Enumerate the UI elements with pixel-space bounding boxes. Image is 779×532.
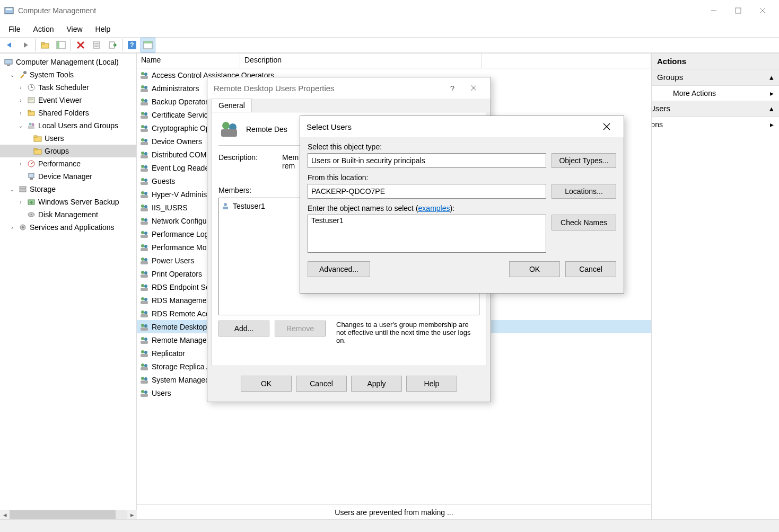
object-type-field[interactable] [308, 153, 546, 168]
group-icon [139, 269, 150, 279]
expand-icon[interactable]: › [8, 225, 16, 230]
apply-button[interactable]: Apply [351, 376, 402, 392]
svg-point-110 [144, 338, 147, 341]
svg-rect-63 [141, 129, 148, 132]
svg-point-116 [144, 364, 147, 367]
tree-root[interactable]: Computer Management (Local) [0, 56, 136, 68]
svg-point-113 [144, 351, 147, 354]
svg-point-118 [141, 377, 144, 380]
refresh-button[interactable] [141, 38, 155, 52]
svg-text:?: ? [130, 41, 134, 49]
svg-point-121 [141, 390, 144, 393]
menu-action[interactable]: Action [28, 23, 59, 36]
expand-icon[interactable]: › [17, 199, 24, 205]
group-icon [139, 190, 150, 199]
tree-task-scheduler[interactable]: › Task Scheduler [0, 81, 136, 94]
dialog-close-button[interactable] [596, 119, 617, 135]
tree-disk-management[interactable]: › Disk Management [0, 208, 136, 221]
expand-icon[interactable]: › [17, 110, 24, 116]
tree-shared-folders[interactable]: › Shared Folders [0, 107, 136, 119]
actions-more-selected[interactable]: More Actions▸ [652, 117, 779, 132]
svg-rect-84 [141, 221, 148, 225]
svg-rect-9 [57, 41, 59, 49]
menu-view[interactable]: View [61, 23, 87, 36]
group-icon [139, 150, 150, 159]
svg-rect-117 [141, 367, 148, 370]
svg-rect-54 [141, 89, 148, 92]
description-value: Mem rem [282, 153, 299, 170]
help-button[interactable]: Help [406, 376, 457, 392]
tree-performance[interactable]: › Performance [0, 157, 136, 170]
tree-groups[interactable]: Groups [0, 145, 136, 157]
actions-more-groups[interactable]: More Actions▸ [652, 86, 779, 101]
dialog-help-button[interactable]: ? [442, 80, 463, 96]
object-types-button[interactable]: Object Types... [552, 153, 616, 168]
tree-windows-server-backup[interactable]: › Windows Server Backup [0, 196, 136, 208]
svg-point-85 [141, 231, 144, 234]
tree-services-apps[interactable]: › Services and Applications [0, 221, 136, 234]
remove-button[interactable]: Remove [275, 321, 326, 336]
device-manager-icon [27, 172, 36, 181]
delete-button[interactable] [73, 38, 88, 52]
svg-point-100 [141, 297, 144, 300]
menu-file[interactable]: File [3, 23, 26, 36]
svg-rect-128 [221, 129, 237, 137]
maximize-button[interactable] [726, 2, 750, 19]
users-groups-icon [27, 121, 36, 130]
advanced-button[interactable]: Advanced... [308, 261, 370, 277]
svg-point-76 [141, 191, 144, 194]
svg-point-70 [141, 165, 144, 168]
scroll-right-icon[interactable]: ▸ [127, 510, 137, 519]
expand-icon[interactable]: › [17, 97, 24, 103]
tree-local-users-groups[interactable]: ⌄ Local Users and Groups [0, 119, 136, 132]
object-names-input[interactable] [308, 215, 546, 253]
tree-users[interactable]: Users [0, 132, 136, 145]
tree-storage[interactable]: ⌄ Storage [0, 183, 136, 196]
column-description[interactable]: Description [240, 54, 482, 68]
scroll-thumb[interactable] [10, 510, 116, 519]
tab-general[interactable]: General [212, 99, 252, 112]
cancel-button[interactable]: Cancel [565, 261, 616, 277]
collapse-icon: ▴ [769, 73, 774, 82]
svg-point-71 [144, 165, 147, 169]
svg-point-119 [144, 377, 147, 380]
examples-link[interactable]: examples [418, 204, 450, 212]
tree-system-tools[interactable]: ⌄ System Tools [0, 68, 136, 81]
export-button[interactable] [105, 38, 120, 52]
expand-icon[interactable]: › [17, 161, 24, 167]
svg-rect-60 [141, 116, 148, 119]
svg-point-94 [141, 271, 144, 274]
tree-event-viewer[interactable]: › Event Viewer [0, 94, 136, 107]
column-name[interactable]: Name [137, 54, 240, 68]
dialog-close-button[interactable] [463, 80, 484, 96]
collapse-icon[interactable]: ⌄ [8, 187, 16, 192]
back-button[interactable] [2, 38, 17, 52]
check-names-button[interactable]: Check Names [552, 215, 616, 230]
tree-hscrollbar[interactable]: ◂ ▸ [0, 510, 137, 519]
minimize-button[interactable] [702, 2, 726, 19]
up-button[interactable] [38, 38, 52, 52]
ok-button[interactable]: OK [509, 261, 560, 277]
collapse-icon[interactable]: ⌄ [17, 123, 24, 129]
collapse-icon[interactable]: ⌄ [8, 72, 16, 78]
forward-button[interactable] [18, 38, 33, 52]
ok-button[interactable]: OK [241, 376, 292, 392]
actions-section-selected[interactable]: Remote Desktop Users▴ [652, 101, 779, 117]
add-button[interactable]: Add... [218, 321, 269, 336]
properties-button[interactable] [89, 38, 104, 52]
scroll-left-icon[interactable]: ◂ [0, 510, 10, 519]
expand-icon[interactable]: › [17, 85, 24, 91]
tree-device-manager[interactable]: › Device Manager [0, 170, 136, 183]
cancel-button[interactable]: Cancel [296, 376, 347, 392]
actions-section-groups[interactable]: Groups▴ [652, 69, 779, 86]
menu-help[interactable]: Help [90, 23, 116, 36]
clock-icon [27, 83, 36, 92]
svg-point-103 [141, 311, 144, 314]
svg-rect-90 [141, 248, 148, 251]
close-button[interactable] [750, 2, 775, 19]
help-button[interactable]: ? [125, 38, 139, 52]
locations-button[interactable]: Locations... [552, 184, 616, 199]
location-field[interactable] [308, 184, 546, 199]
group-icon [139, 216, 150, 226]
show-hide-tree-button[interactable] [54, 38, 68, 52]
